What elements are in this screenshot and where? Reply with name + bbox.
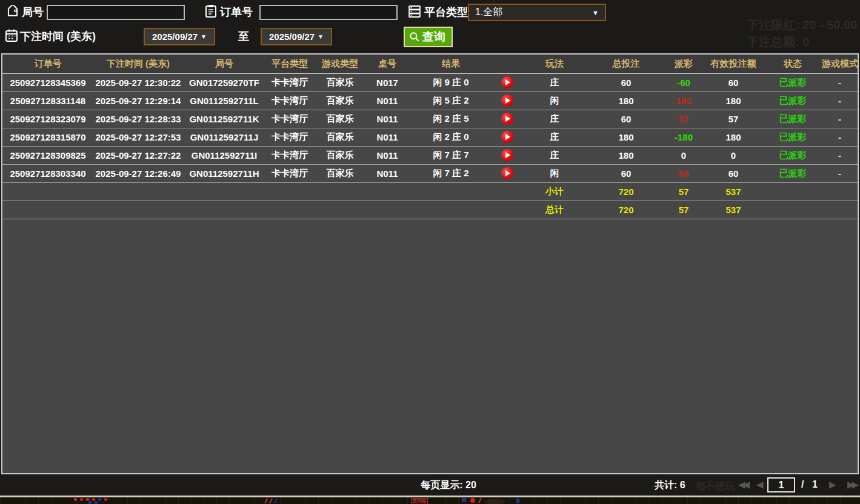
cell-mode: -	[822, 146, 858, 164]
current-page-input[interactable]: 1	[767, 477, 795, 492]
col-game-mode: 游戏模式	[822, 55, 858, 73]
cell-order: 250927128345369	[2, 73, 93, 91]
col-play-type: 玩法	[521, 55, 588, 73]
play-replay-icon[interactable]	[501, 131, 513, 143]
calendar-icon	[4, 28, 19, 42]
table-row: 2509271283453692025-09-27 12:30:22GN0172…	[2, 73, 858, 91]
roadmap-dot	[95, 501, 98, 504]
date-from-picker[interactable]: 2025/09/27 ▼	[144, 28, 215, 45]
col-round-number: 局号	[183, 55, 265, 73]
bleed-ghost-text: 都不想玩	[696, 480, 735, 493]
col-table-number: 桌号	[366, 55, 408, 73]
cell-play: 庄	[521, 110, 588, 128]
platform-type-label: 平台类型	[424, 5, 468, 19]
cell-status: 已派彩	[764, 91, 822, 110]
cell-result: 闲 9 庄 0	[408, 73, 493, 91]
col-platform-type: 平台类型	[265, 55, 314, 73]
cell-replay	[493, 73, 521, 91]
cell-play: 闲	[521, 164, 588, 182]
roadmap-dot	[88, 501, 92, 504]
cell-status: 已派彩	[764, 110, 822, 128]
round-number-input[interactable]	[47, 5, 185, 20]
cell-total: 60	[588, 110, 664, 128]
cell-payout: -60	[664, 73, 703, 91]
cell-order: 250927128309825	[2, 146, 93, 164]
cell-platform: 卡卡湾厅	[265, 73, 314, 91]
cell-time: 2025-09-27 12:27:53	[93, 128, 183, 146]
date-from-value: 2025/09/27	[152, 31, 198, 42]
first-page-icon[interactable]: ◀◀	[738, 479, 747, 490]
table-body: 2509271283453692025-09-27 12:30:22GN0172…	[2, 73, 858, 219]
cell-order: 250927128315870	[2, 128, 93, 146]
bleed-blue-mark	[516, 499, 519, 503]
date-to-value: 2025/09/27	[269, 31, 315, 42]
cell-time: 2025-09-27 12:30:22	[93, 73, 183, 91]
col-game-type: 游戏类型	[314, 55, 366, 73]
bleed-roadmap-strip: 庄问路	[0, 497, 860, 504]
cell-round: GN0112592711H	[183, 164, 265, 182]
col-bet-time: 下注时间 (美东)	[93, 55, 183, 73]
cell-time: 2025-09-27 12:28:33	[93, 110, 183, 128]
clipboard-icon	[204, 4, 218, 18]
last-page-icon[interactable]: ▶▶	[847, 479, 856, 490]
bleed-road-label: 庄问路	[411, 498, 428, 504]
bet-time-label: 下注时间 (美东)	[20, 29, 96, 44]
cell-platform: 卡卡湾厅	[265, 128, 314, 146]
cell-total: 180	[588, 146, 664, 164]
cell-time: 2025-09-27 12:29:14	[93, 91, 183, 110]
filter-bar: 局号 订单号 平台类型 1.全部 ▼ 下注时间 (美东) 2025/	[0, 0, 860, 53]
cell-time: 2025-09-27 12:26:49	[93, 164, 183, 182]
chevron-down-icon: ▼	[201, 33, 207, 40]
col-payout: 派彩	[664, 55, 703, 73]
play-replay-icon[interactable]	[501, 94, 513, 107]
search-button[interactable]: 查询	[404, 27, 453, 47]
total-pages-text: 1	[812, 479, 818, 490]
date-to-picker[interactable]: 2025/09/27 ▼	[261, 28, 332, 45]
cell-order: 250927128323079	[2, 110, 93, 128]
previous-page-icon[interactable]: ◀	[756, 479, 761, 490]
cell-order: 250927128303340	[2, 164, 93, 182]
play-replay-icon[interactable]	[501, 149, 513, 161]
cell-replay	[493, 164, 521, 182]
col-order-number: 订单号	[2, 55, 93, 73]
cell-game: 百家乐	[314, 128, 366, 146]
play-replay-icon[interactable]	[501, 76, 513, 88]
platform-list-icon	[407, 4, 422, 19]
table-row: 2509271283158702025-09-27 12:27:53GN0112…	[2, 128, 858, 146]
cell-valid: 57	[703, 110, 764, 128]
search-icon	[408, 31, 421, 43]
col-status: 状态	[764, 55, 822, 73]
cell-result: 闲 2 庄 0	[408, 128, 493, 146]
play-replay-icon[interactable]	[501, 113, 513, 125]
bleed-bet-total-text: 下注总额: 0	[747, 34, 809, 50]
next-page-icon[interactable]: ▶	[829, 479, 834, 490]
cell-round: GN017259270TF	[183, 73, 265, 91]
roadmap-dot	[86, 498, 89, 501]
cell-valid: 60	[703, 73, 764, 91]
cell-platform: 卡卡湾厅	[265, 164, 314, 182]
cell-table: N017	[366, 73, 408, 91]
cell-mode: -	[822, 128, 858, 146]
cell-valid: 180	[703, 91, 764, 110]
order-number-input[interactable]	[259, 5, 398, 20]
col-result: 结果	[408, 55, 493, 73]
cell-time: 2025-09-27 12:27:22	[93, 146, 183, 164]
roadmap-tick	[264, 499, 268, 503]
cell-mode: -	[822, 110, 858, 128]
table-row: 2509271283033402025-09-27 12:26:49GN0112…	[2, 164, 858, 182]
pagination-bar: 每页显示: 20 都不想玩 共计: 6 ◀◀ ◀ 1 / 1 ▶ ▶▶	[0, 476, 860, 496]
cell-platform: 卡卡湾厅	[265, 91, 314, 110]
bleed-bet-limit-text: 下注限红: 20 - 50,00	[747, 17, 857, 33]
cell-table: N011	[366, 146, 408, 164]
col-valid-bet: 有效投注额	[703, 55, 764, 73]
cell-result: 闲 7 庄 7	[408, 146, 493, 164]
cell-payout: 0	[664, 146, 703, 164]
platform-type-select[interactable]: 1.全部 ▼	[468, 4, 606, 21]
play-replay-icon[interactable]	[501, 167, 513, 179]
bleed-dark-blob	[485, 499, 505, 504]
roadmap-tick	[269, 499, 273, 503]
cell-mode: -	[822, 73, 858, 91]
roadmap-dot	[104, 498, 107, 501]
grand-total-payout: 57	[664, 201, 703, 219]
cell-game: 百家乐	[314, 110, 366, 128]
